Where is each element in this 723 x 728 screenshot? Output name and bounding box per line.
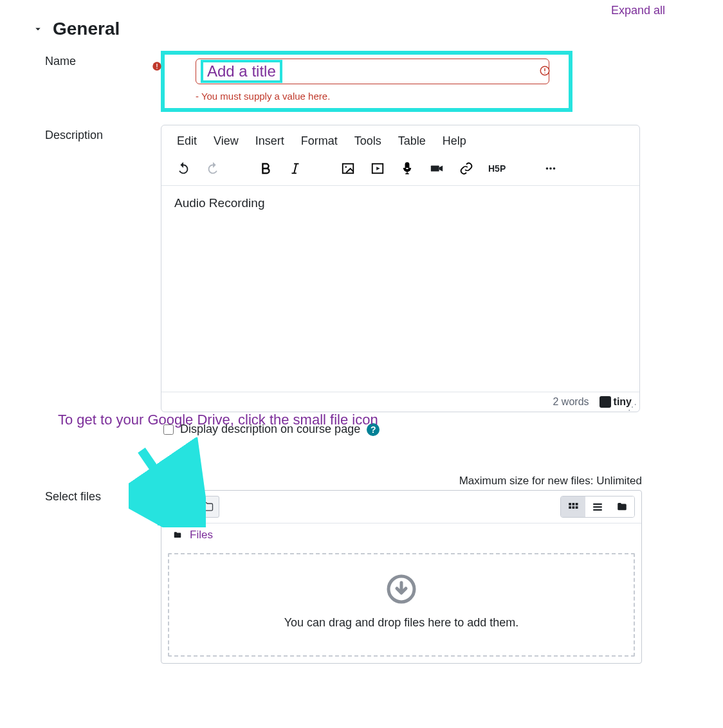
more-icon[interactable] (543, 161, 558, 176)
tiny-logo: tiny (599, 396, 632, 408)
view-list-button[interactable] (585, 496, 610, 517)
download-arrow-icon (386, 574, 417, 605)
undo-icon[interactable] (176, 161, 191, 176)
svg-rect-18 (572, 506, 575, 509)
svg-rect-17 (569, 506, 571, 509)
required-icon (152, 61, 162, 74)
svg-point-5 (544, 73, 545, 74)
svg-point-11 (549, 167, 552, 170)
drop-zone-text: You can drag and drop files here to add … (176, 616, 627, 630)
svg-point-10 (546, 167, 549, 170)
name-highlight-annotation: Add a title - You must supply a value he… (161, 51, 572, 112)
annotation-text: To get to your Google Drive, click the s… (58, 412, 378, 428)
max-file-size-text: Maximum size for new files: Unlimited (161, 475, 642, 487)
italic-icon[interactable] (288, 161, 303, 176)
svg-rect-1 (156, 64, 157, 67)
rich-text-editor: Edit View Insert Format Tools Table Help (161, 125, 640, 412)
editor-content-area[interactable]: Audio Recording (161, 186, 639, 392)
svg-rect-6 (343, 164, 354, 174)
svg-point-12 (553, 167, 556, 170)
svg-rect-22 (593, 509, 602, 511)
editor-menu-insert[interactable]: Insert (255, 134, 284, 148)
description-label: Description (45, 125, 161, 142)
svg-rect-2 (156, 68, 157, 69)
folder-icon (172, 531, 183, 540)
collapse-section-icon[interactable] (32, 23, 44, 35)
bold-icon[interactable] (258, 161, 273, 176)
input-warning-icon (539, 65, 551, 79)
word-count: 2 words (553, 396, 589, 408)
svg-rect-20 (593, 504, 602, 505)
svg-point-7 (345, 166, 347, 168)
link-icon[interactable] (459, 161, 474, 176)
view-tree-button[interactable] (610, 496, 634, 517)
svg-rect-16 (576, 503, 578, 505)
editor-menu-format[interactable]: Format (301, 134, 338, 148)
file-drop-zone[interactable]: You can drag and drop files here to add … (168, 553, 635, 657)
expand-all-link[interactable]: Expand all (611, 4, 665, 17)
editor-menu-view[interactable]: View (214, 134, 239, 148)
microphone-icon[interactable] (399, 161, 415, 176)
svg-line-13 (142, 450, 183, 511)
editor-menu-edit[interactable]: Edit (177, 134, 197, 148)
svg-rect-19 (576, 506, 578, 509)
editor-menu-table[interactable]: Table (398, 134, 426, 148)
svg-rect-14 (569, 503, 571, 505)
svg-rect-15 (572, 503, 575, 505)
annotation-arrow-icon (129, 437, 206, 527)
editor-menu-help[interactable]: Help (443, 134, 466, 148)
video-icon[interactable] (370, 161, 385, 176)
name-label: Name (45, 51, 161, 68)
breadcrumb-files-link[interactable]: Files (190, 529, 213, 541)
camera-icon[interactable] (429, 161, 444, 176)
redo-icon[interactable] (205, 161, 221, 176)
image-icon[interactable] (340, 161, 356, 176)
name-input[interactable] (196, 59, 549, 84)
editor-menu-tools[interactable]: Tools (354, 134, 381, 148)
svg-rect-9 (431, 165, 439, 171)
view-grid-button[interactable] (561, 496, 585, 517)
h5p-icon[interactable]: H5P (488, 161, 506, 176)
section-title-general: General (53, 19, 120, 39)
svg-rect-21 (593, 506, 602, 507)
file-breadcrumb: Files (161, 523, 641, 547)
resize-grip-icon[interactable]: ⋰ (628, 404, 637, 410)
name-error-message: - You must supply a value here. (196, 91, 557, 102)
